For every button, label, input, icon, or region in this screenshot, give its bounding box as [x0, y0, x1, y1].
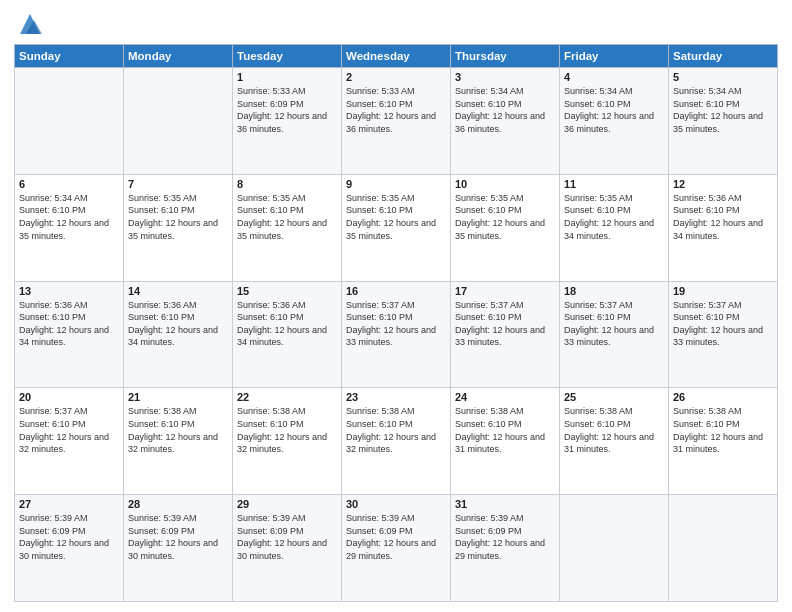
calendar-cell: 8Sunrise: 5:35 AM Sunset: 6:10 PM Daylig…: [233, 174, 342, 281]
calendar-header-monday: Monday: [124, 45, 233, 68]
day-info: Sunrise: 5:37 AM Sunset: 6:10 PM Dayligh…: [673, 299, 773, 349]
day-info: Sunrise: 5:34 AM Sunset: 6:10 PM Dayligh…: [455, 85, 555, 135]
day-info: Sunrise: 5:38 AM Sunset: 6:10 PM Dayligh…: [346, 405, 446, 455]
day-number: 10: [455, 178, 555, 190]
day-number: 19: [673, 285, 773, 297]
day-info: Sunrise: 5:38 AM Sunset: 6:10 PM Dayligh…: [564, 405, 664, 455]
calendar-cell: [124, 68, 233, 175]
day-info: Sunrise: 5:35 AM Sunset: 6:10 PM Dayligh…: [564, 192, 664, 242]
day-number: 28: [128, 498, 228, 510]
calendar-cell: 17Sunrise: 5:37 AM Sunset: 6:10 PM Dayli…: [451, 281, 560, 388]
calendar-week-5: 27Sunrise: 5:39 AM Sunset: 6:09 PM Dayli…: [15, 495, 778, 602]
calendar-cell: 14Sunrise: 5:36 AM Sunset: 6:10 PM Dayli…: [124, 281, 233, 388]
day-info: Sunrise: 5:38 AM Sunset: 6:10 PM Dayligh…: [128, 405, 228, 455]
day-number: 31: [455, 498, 555, 510]
calendar-header-tuesday: Tuesday: [233, 45, 342, 68]
day-info: Sunrise: 5:39 AM Sunset: 6:09 PM Dayligh…: [455, 512, 555, 562]
day-number: 25: [564, 391, 664, 403]
calendar-cell: 6Sunrise: 5:34 AM Sunset: 6:10 PM Daylig…: [15, 174, 124, 281]
day-number: 4: [564, 71, 664, 83]
calendar-cell: 21Sunrise: 5:38 AM Sunset: 6:10 PM Dayli…: [124, 388, 233, 495]
day-info: Sunrise: 5:35 AM Sunset: 6:10 PM Dayligh…: [455, 192, 555, 242]
day-info: Sunrise: 5:36 AM Sunset: 6:10 PM Dayligh…: [19, 299, 119, 349]
calendar-cell: 20Sunrise: 5:37 AM Sunset: 6:10 PM Dayli…: [15, 388, 124, 495]
day-info: Sunrise: 5:37 AM Sunset: 6:10 PM Dayligh…: [346, 299, 446, 349]
calendar-cell: 4Sunrise: 5:34 AM Sunset: 6:10 PM Daylig…: [560, 68, 669, 175]
calendar-cell: 24Sunrise: 5:38 AM Sunset: 6:10 PM Dayli…: [451, 388, 560, 495]
day-number: 6: [19, 178, 119, 190]
day-number: 21: [128, 391, 228, 403]
calendar-header-friday: Friday: [560, 45, 669, 68]
day-number: 8: [237, 178, 337, 190]
day-info: Sunrise: 5:38 AM Sunset: 6:10 PM Dayligh…: [455, 405, 555, 455]
calendar-cell: 28Sunrise: 5:39 AM Sunset: 6:09 PM Dayli…: [124, 495, 233, 602]
day-info: Sunrise: 5:39 AM Sunset: 6:09 PM Dayligh…: [346, 512, 446, 562]
calendar-cell: 27Sunrise: 5:39 AM Sunset: 6:09 PM Dayli…: [15, 495, 124, 602]
day-info: Sunrise: 5:35 AM Sunset: 6:10 PM Dayligh…: [346, 192, 446, 242]
day-number: 3: [455, 71, 555, 83]
day-info: Sunrise: 5:36 AM Sunset: 6:10 PM Dayligh…: [237, 299, 337, 349]
day-info: Sunrise: 5:34 AM Sunset: 6:10 PM Dayligh…: [673, 85, 773, 135]
calendar-cell: 29Sunrise: 5:39 AM Sunset: 6:09 PM Dayli…: [233, 495, 342, 602]
day-number: 22: [237, 391, 337, 403]
day-info: Sunrise: 5:37 AM Sunset: 6:10 PM Dayligh…: [455, 299, 555, 349]
day-info: Sunrise: 5:34 AM Sunset: 6:10 PM Dayligh…: [19, 192, 119, 242]
day-info: Sunrise: 5:35 AM Sunset: 6:10 PM Dayligh…: [237, 192, 337, 242]
calendar-cell: 25Sunrise: 5:38 AM Sunset: 6:10 PM Dayli…: [560, 388, 669, 495]
day-info: Sunrise: 5:33 AM Sunset: 6:09 PM Dayligh…: [237, 85, 337, 135]
day-number: 24: [455, 391, 555, 403]
day-number: 16: [346, 285, 446, 297]
calendar-week-4: 20Sunrise: 5:37 AM Sunset: 6:10 PM Dayli…: [15, 388, 778, 495]
calendar-cell: 9Sunrise: 5:35 AM Sunset: 6:10 PM Daylig…: [342, 174, 451, 281]
calendar-cell: 12Sunrise: 5:36 AM Sunset: 6:10 PM Dayli…: [669, 174, 778, 281]
day-info: Sunrise: 5:38 AM Sunset: 6:10 PM Dayligh…: [673, 405, 773, 455]
calendar: SundayMondayTuesdayWednesdayThursdayFrid…: [14, 44, 778, 602]
day-info: Sunrise: 5:38 AM Sunset: 6:10 PM Dayligh…: [237, 405, 337, 455]
day-info: Sunrise: 5:35 AM Sunset: 6:10 PM Dayligh…: [128, 192, 228, 242]
calendar-week-3: 13Sunrise: 5:36 AM Sunset: 6:10 PM Dayli…: [15, 281, 778, 388]
day-number: 12: [673, 178, 773, 190]
calendar-header-row: SundayMondayTuesdayWednesdayThursdayFrid…: [15, 45, 778, 68]
day-info: Sunrise: 5:34 AM Sunset: 6:10 PM Dayligh…: [564, 85, 664, 135]
day-number: 9: [346, 178, 446, 190]
calendar-cell: 7Sunrise: 5:35 AM Sunset: 6:10 PM Daylig…: [124, 174, 233, 281]
day-number: 14: [128, 285, 228, 297]
calendar-cell: 16Sunrise: 5:37 AM Sunset: 6:10 PM Dayli…: [342, 281, 451, 388]
calendar-cell: 5Sunrise: 5:34 AM Sunset: 6:10 PM Daylig…: [669, 68, 778, 175]
day-info: Sunrise: 5:37 AM Sunset: 6:10 PM Dayligh…: [19, 405, 119, 455]
calendar-cell: 11Sunrise: 5:35 AM Sunset: 6:10 PM Dayli…: [560, 174, 669, 281]
calendar-cell: [560, 495, 669, 602]
calendar-header-sunday: Sunday: [15, 45, 124, 68]
day-number: 11: [564, 178, 664, 190]
calendar-cell: 15Sunrise: 5:36 AM Sunset: 6:10 PM Dayli…: [233, 281, 342, 388]
day-number: 29: [237, 498, 337, 510]
calendar-week-2: 6Sunrise: 5:34 AM Sunset: 6:10 PM Daylig…: [15, 174, 778, 281]
day-info: Sunrise: 5:37 AM Sunset: 6:10 PM Dayligh…: [564, 299, 664, 349]
day-number: 13: [19, 285, 119, 297]
calendar-cell: 31Sunrise: 5:39 AM Sunset: 6:09 PM Dayli…: [451, 495, 560, 602]
calendar-cell: [669, 495, 778, 602]
day-number: 20: [19, 391, 119, 403]
day-info: Sunrise: 5:36 AM Sunset: 6:10 PM Dayligh…: [128, 299, 228, 349]
day-info: Sunrise: 5:36 AM Sunset: 6:10 PM Dayligh…: [673, 192, 773, 242]
calendar-cell: 18Sunrise: 5:37 AM Sunset: 6:10 PM Dayli…: [560, 281, 669, 388]
day-number: 17: [455, 285, 555, 297]
day-info: Sunrise: 5:39 AM Sunset: 6:09 PM Dayligh…: [128, 512, 228, 562]
calendar-week-1: 1Sunrise: 5:33 AM Sunset: 6:09 PM Daylig…: [15, 68, 778, 175]
day-info: Sunrise: 5:33 AM Sunset: 6:10 PM Dayligh…: [346, 85, 446, 135]
calendar-cell: 13Sunrise: 5:36 AM Sunset: 6:10 PM Dayli…: [15, 281, 124, 388]
header: [14, 10, 778, 38]
day-info: Sunrise: 5:39 AM Sunset: 6:09 PM Dayligh…: [237, 512, 337, 562]
day-number: 18: [564, 285, 664, 297]
day-info: Sunrise: 5:39 AM Sunset: 6:09 PM Dayligh…: [19, 512, 119, 562]
day-number: 15: [237, 285, 337, 297]
page: SundayMondayTuesdayWednesdayThursdayFrid…: [0, 0, 792, 612]
calendar-cell: 1Sunrise: 5:33 AM Sunset: 6:09 PM Daylig…: [233, 68, 342, 175]
day-number: 5: [673, 71, 773, 83]
calendar-cell: [15, 68, 124, 175]
logo-icon: [16, 10, 44, 38]
day-number: 2: [346, 71, 446, 83]
calendar-cell: 19Sunrise: 5:37 AM Sunset: 6:10 PM Dayli…: [669, 281, 778, 388]
logo: [14, 10, 44, 38]
calendar-cell: 23Sunrise: 5:38 AM Sunset: 6:10 PM Dayli…: [342, 388, 451, 495]
